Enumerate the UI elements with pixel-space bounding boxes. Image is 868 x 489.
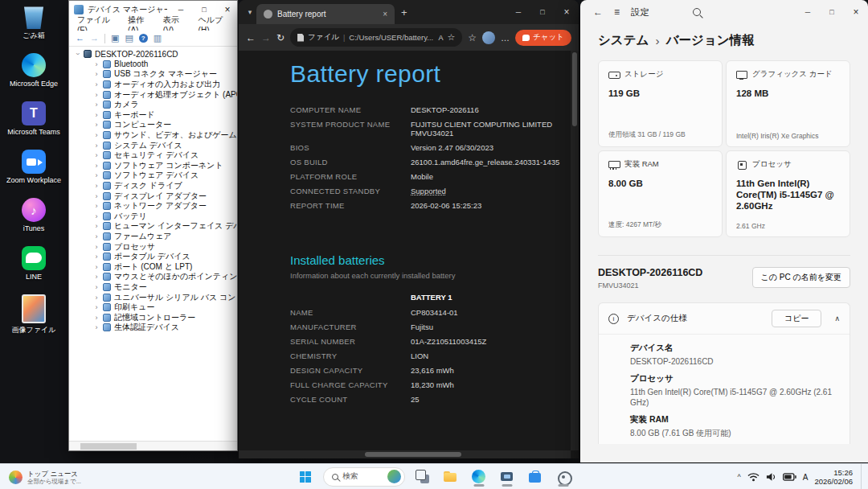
device-tree-item[interactable]: ポータブル デバイス [69, 252, 237, 262]
hidden-icons-chevron[interactable] [738, 473, 741, 481]
forward-icon[interactable] [90, 34, 99, 43]
minimize-button[interactable] [506, 0, 530, 24]
expand-chevron-icon[interactable] [93, 294, 100, 302]
widgets-button[interactable]: トップ ニュース 全部から現場まで... [3, 466, 87, 487]
device-tree-item[interactable]: ユニバーサル シリアル バス コントローラー [69, 292, 237, 302]
device-tree-item[interactable]: ポート (COM と LPT) [69, 261, 237, 272]
back-icon[interactable] [246, 32, 256, 43]
device-tree-item[interactable]: ファームウェア [69, 232, 237, 242]
expand-chevron-icon[interactable] [93, 243, 100, 251]
desktop-icon[interactable]: 画像ファイル [3, 294, 64, 334]
expand-chevron-icon[interactable] [93, 121, 100, 129]
scrollbar-thumb[interactable] [365, 452, 461, 457]
desktop-icon[interactable]: Microsoft Edge [3, 53, 64, 88]
expand-chevron-icon[interactable] [93, 323, 100, 331]
taskbar-app-icon[interactable] [497, 466, 518, 487]
forward-icon[interactable] [261, 32, 271, 43]
desktop-icon[interactable]: ごみ箱 [3, 5, 64, 39]
favorites-bar-icon[interactable] [468, 32, 477, 43]
taskbar-app-icon[interactable] [469, 466, 489, 487]
back-icon[interactable] [76, 34, 84, 43]
help-icon[interactable] [139, 34, 148, 43]
back-icon[interactable] [593, 6, 603, 18]
start-button[interactable] [295, 466, 316, 487]
profile-avatar[interactable] [482, 31, 495, 44]
browser-tab[interactable]: Battery report [256, 4, 395, 24]
scan-hardware-icon[interactable] [154, 34, 162, 43]
taskbar-app-icon[interactable] [440, 466, 461, 487]
expand-chevron-icon[interactable] [93, 162, 100, 170]
expand-chevron-icon[interactable] [93, 60, 100, 68]
copy-button[interactable]: コピー [772, 310, 821, 327]
device-tree-item[interactable]: システム デバイス [69, 140, 237, 150]
expand-chevron-icon[interactable] [93, 283, 100, 291]
taskbar-app-icon[interactable] [412, 466, 433, 487]
desktop-icon[interactable]: LINE [3, 246, 64, 281]
expand-chevron-icon[interactable] [93, 80, 100, 88]
device-tree-item[interactable]: ディスク ドライブ [69, 181, 237, 191]
tab-close-icon[interactable] [383, 10, 387, 18]
expand-chevron-icon[interactable] [93, 273, 100, 281]
scrollbar-thumb[interactable] [80, 443, 137, 450]
device-tree-item[interactable]: ヒューマン インターフェイス デバイス [69, 221, 237, 232]
scrollbar-thumb[interactable] [572, 52, 577, 126]
breadcrumb-parent[interactable]: システム [598, 32, 649, 49]
device-tree-item[interactable]: セキュリティ デバイス [69, 150, 237, 161]
desktop-icon[interactable]: Microsoft Teams [3, 101, 64, 136]
expand-chevron-icon[interactable] [93, 314, 100, 322]
expand-chevron-icon[interactable] [93, 232, 100, 240]
properties-icon[interactable] [125, 34, 133, 43]
expand-chevron-icon[interactable] [93, 91, 100, 99]
navigation-menu-icon[interactable] [614, 6, 620, 18]
taskbar-app-icon[interactable] [553, 466, 574, 487]
chevron-up-icon[interactable] [834, 314, 840, 323]
expand-chevron-icon[interactable] [93, 192, 100, 200]
expand-chevron-icon[interactable] [93, 212, 100, 220]
expand-chevron-icon[interactable] [93, 131, 100, 139]
clock[interactable]: 15:26 2026/02/06 [814, 468, 853, 487]
vertical-scrollbar[interactable] [571, 51, 579, 450]
console-tree-icon[interactable] [111, 34, 119, 43]
wifi-icon[interactable] [747, 472, 760, 482]
device-tree-item[interactable]: オーディオの入力および出力 [69, 80, 237, 90]
rename-pc-button[interactable]: この PC の名前を変更 [752, 267, 850, 288]
horizontal-scrollbar[interactable] [239, 450, 571, 458]
show-desktop-button[interactable] [861, 464, 863, 489]
device-tree-root[interactable]: DESKTOP-2026116CD [69, 49, 237, 60]
expand-chevron-icon[interactable] [93, 142, 100, 150]
expand-chevron-icon[interactable] [93, 111, 100, 119]
battery-icon[interactable] [783, 473, 796, 481]
device-tree-item[interactable]: オーディオ処理オブジェクト (APO) [69, 89, 237, 100]
expand-chevron-icon[interactable] [93, 101, 100, 109]
expand-chevron-icon[interactable] [93, 182, 100, 190]
device-tree-item[interactable]: 記憶域コントローラー [69, 312, 237, 323]
read-aloud-icon[interactable] [438, 34, 443, 42]
expand-chevron-icon[interactable] [93, 202, 100, 210]
refresh-icon[interactable] [276, 32, 285, 43]
expand-chevron-icon[interactable] [93, 253, 100, 261]
device-tree-item[interactable]: ディスプレイ アダプター [69, 191, 237, 201]
device-tree-item[interactable]: モニター [69, 282, 237, 293]
device-tree-item[interactable]: マウスとそのほかのポインティング デバイス [69, 272, 237, 282]
taskbar-search[interactable]: 検索 [323, 467, 405, 487]
expand-chevron-icon[interactable] [93, 70, 100, 78]
device-tree-item[interactable]: ソフトウェア コンポーネント [69, 161, 237, 171]
collapse-chevron-icon[interactable] [74, 50, 80, 58]
favorite-star-icon[interactable] [447, 32, 455, 43]
address-bar[interactable]: ファイル C:/Users/USER/battery... [290, 28, 462, 47]
device-tree-item[interactable]: 生体認証デバイス [69, 323, 237, 333]
device-tree-item[interactable]: サウンド、ビデオ、およびゲーム コントローラー [69, 130, 237, 141]
device-tree-item[interactable]: キーボード [69, 110, 237, 121]
device-tree-item[interactable]: バッテリ [69, 212, 237, 222]
device-tree-item[interactable]: コンピューター [69, 120, 237, 130]
expand-chevron-icon[interactable] [93, 151, 100, 159]
ime-mode-indicator[interactable]: A [803, 473, 809, 482]
device-tree-item[interactable]: ソフトウェア デバイス [69, 171, 237, 181]
volume-icon[interactable] [766, 472, 776, 482]
new-tab-button[interactable] [401, 6, 407, 18]
desktop-icon[interactable]: Zoom Workplace [3, 150, 64, 184]
device-tree-item[interactable]: プロセッサ [69, 241, 237, 252]
tab-actions-menu-icon[interactable] [244, 8, 256, 16]
expand-chevron-icon[interactable] [93, 222, 100, 230]
maximize-button[interactable] [820, 0, 844, 24]
